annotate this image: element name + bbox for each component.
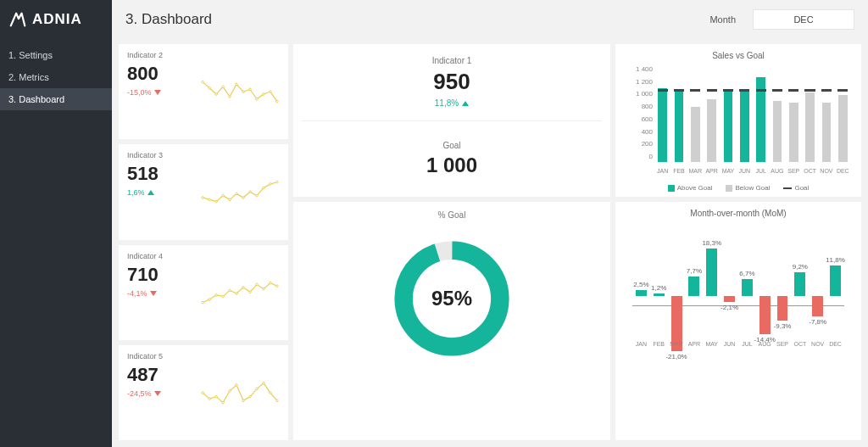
mom-bar-mar: -21,0%MAR — [668, 225, 686, 333]
indicator1-value: 950 — [433, 69, 470, 95]
svg-point-45 — [263, 382, 265, 384]
card-sales-vs-goal: Sales vs Goal 1 4001 2001 00080060040020… — [615, 44, 861, 197]
svg-point-20 — [256, 195, 259, 198]
svg-point-11 — [276, 100, 279, 103]
svg-point-43 — [249, 395, 252, 398]
mom-title: Month-over-month (MoM) — [627, 209, 849, 218]
svg-point-41 — [236, 383, 238, 386]
card-mom: Month-over-month (MoM) 2,5%JAN1,2%FEB-21… — [615, 202, 861, 440]
mom-bar-nov: -7,8%NOV — [809, 225, 826, 333]
sidebar-item-metrics[interactable]: 2. Metrics — [0, 66, 112, 88]
svg-point-34 — [270, 282, 272, 284]
brand-logo: ADNIA — [0, 0, 112, 44]
goal-value: 1 000 — [426, 154, 477, 177]
svg-point-35 — [276, 284, 279, 287]
svg-point-42 — [242, 400, 245, 402]
sales-bar-jul: JUL — [754, 64, 767, 162]
indicator-card-3: Indicator 35181,6% — [119, 144, 288, 239]
mom-bars: 2,5%JAN1,2%FEB-21,0%MAR7,7%APR18,3%MAY-2… — [627, 221, 849, 349]
metric-goal: Goal 1 000 — [293, 121, 610, 198]
svg-point-2 — [215, 93, 218, 96]
indicator-delta: -15,0% — [127, 88, 193, 97]
mom-bar-jan: 2,5%JAN — [632, 225, 650, 333]
arrow-down-icon — [150, 291, 157, 296]
svg-point-10 — [270, 91, 272, 93]
sparkline — [200, 252, 280, 333]
indicator-delta: 1,6% — [127, 188, 193, 197]
sidebar-item-dashboard[interactable]: 3. Dashboard — [0, 88, 112, 110]
svg-point-16 — [229, 198, 231, 201]
pct-goal-donut: 95% — [388, 235, 515, 362]
month-select[interactable]: DEC — [753, 9, 854, 30]
sales-bar-feb: FEB — [672, 64, 685, 162]
svg-point-39 — [222, 401, 225, 404]
card-indicator1-goal: Indicator 1 950 11,8% Goal 1 000 — [293, 44, 610, 197]
svg-point-18 — [242, 197, 245, 199]
arrow-down-icon — [154, 90, 161, 95]
sales-goal-yaxis: 1 4001 2001 0008006004002000 — [627, 64, 656, 174]
indicator-delta: -24,5% — [127, 389, 193, 398]
pct-goal-title: % Goal — [438, 210, 466, 220]
mom-bar-sep: -9,3%SEP — [774, 225, 792, 333]
indicator-card-2: Indicator 2800-15,0% — [119, 44, 288, 139]
indicator-title: Indicator 5 — [127, 352, 193, 360]
mom-bar-aug: -14,4%AUG — [756, 225, 774, 333]
svg-point-15 — [222, 195, 225, 198]
app-root: ADNIA 1. Settings 2. Metrics 3. Dashboar… — [0, 0, 868, 447]
svg-point-12 — [202, 197, 204, 199]
logo-icon — [8, 10, 27, 29]
svg-point-40 — [229, 389, 231, 392]
svg-point-1 — [209, 87, 211, 90]
arrow-up-icon — [462, 101, 469, 106]
svg-point-24 — [202, 301, 204, 304]
mom-bar-jun: -2,1%JUN — [721, 225, 738, 333]
svg-point-30 — [242, 286, 245, 288]
indicator-value: 710 — [127, 264, 193, 286]
indicator-value: 487 — [127, 364, 193, 386]
sales-bar-sep: SEP — [787, 64, 800, 162]
indicator1-delta: 11,8% — [435, 98, 469, 108]
card-pct-goal: % Goal 95% — [293, 202, 610, 440]
svg-point-31 — [249, 290, 252, 293]
pct-goal-center: 95% — [388, 235, 515, 362]
sales-goal-legend: Above Goal Below Goal Goal — [627, 184, 849, 192]
arrow-down-icon — [154, 391, 161, 396]
mom-bar-apr: 7,7%APR — [685, 225, 703, 333]
indicator-title: Indicator 4 — [127, 252, 193, 260]
dashboard-grid: Indicator 1 950 11,8% Goal 1 000 Sales v… — [112, 39, 868, 447]
sales-bar-oct: OCT — [804, 64, 816, 162]
sales-goal-title: Sales vs Goal — [627, 51, 849, 60]
sales-bar-mar: MAR — [689, 64, 702, 162]
svg-point-13 — [209, 198, 211, 201]
svg-point-19 — [249, 191, 252, 193]
svg-point-44 — [256, 388, 259, 390]
svg-point-32 — [256, 283, 259, 286]
svg-point-22 — [270, 183, 272, 186]
mom-bar-dec: 11,8%DEC — [826, 225, 844, 333]
svg-point-36 — [202, 392, 204, 394]
mom-bar-oct: 9,2%OCT — [791, 225, 809, 333]
svg-point-4 — [229, 96, 231, 98]
svg-point-3 — [222, 86, 225, 88]
side-indicators-column: Indicator 2800-15,0%Indicator 35181,6%In… — [119, 44, 288, 440]
svg-point-9 — [263, 93, 265, 96]
mom-bar-may: 18,3%MAY — [703, 225, 721, 333]
indicator-delta: -4,1% — [127, 289, 193, 298]
svg-point-7 — [249, 88, 252, 91]
svg-point-6 — [242, 91, 245, 93]
indicator-card-5: Indicator 5487-24,5% — [119, 345, 288, 440]
sales-bar-aug: AUG — [771, 64, 783, 162]
topbar: 3. Dashboard Month DEC — [112, 0, 868, 39]
sales-bar-dec: DEC — [837, 64, 849, 162]
sparkline — [200, 352, 280, 433]
indicator-title: Indicator 3 — [127, 151, 193, 159]
sidebar-item-settings[interactable]: 1. Settings — [0, 44, 112, 66]
svg-point-37 — [209, 397, 211, 400]
svg-point-28 — [229, 289, 231, 292]
sales-bar-may: MAY — [721, 64, 734, 162]
svg-point-0 — [202, 81, 204, 83]
indicator-value: 800 — [127, 63, 193, 85]
sales-bar-apr: APR — [705, 64, 718, 162]
svg-point-21 — [263, 187, 265, 189]
arrow-up-icon — [147, 190, 154, 195]
